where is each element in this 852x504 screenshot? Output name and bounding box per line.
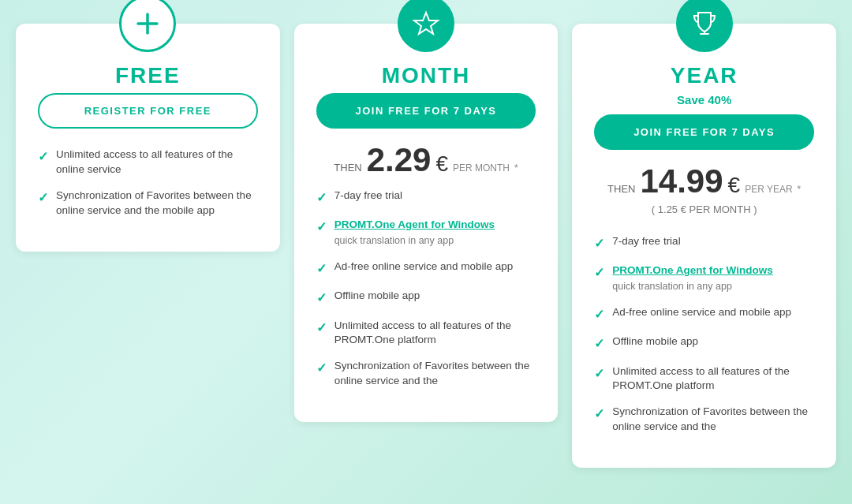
price-asterisk-year: *: [798, 184, 802, 195]
feature-text: Unlimited access to all features of the …: [334, 319, 536, 349]
checkmark-icon: ✓: [316, 189, 327, 207]
checkmark-icon: ✓: [316, 319, 327, 337]
feature-text: Synchronization of Favorites between the…: [334, 359, 536, 389]
plan-icon-free: [119, 0, 176, 52]
list-item: ✓Synchronization of Favorites between th…: [38, 189, 258, 218]
features-list-year: ✓7-day free trial✓PROMT.One Agent for Wi…: [594, 234, 814, 446]
plans-container: FREEREGISTER FOR FREE✓Unlimited access t…: [16, 24, 836, 468]
list-item: ✓Unlimited access to all features of the…: [594, 364, 814, 394]
price-then-month: THEN: [334, 162, 361, 174]
feature-text: Offline mobile app: [334, 289, 420, 304]
list-item: ✓Synchronization of Favorites between th…: [316, 359, 536, 389]
list-item: ✓Unlimited access to all features of the…: [316, 319, 536, 349]
feature-text: Synchronization of Favorites between the…: [612, 405, 814, 435]
svg-marker-2: [414, 13, 438, 34]
plan-card-year: YEARSave 40%JOIN FREE FOR 7 DAYSTHEN14.9…: [572, 24, 836, 468]
plan-title-free: FREE: [115, 63, 181, 88]
checkmark-icon: ✓: [316, 260, 327, 278]
checkmark-icon: ✓: [594, 335, 604, 353]
price-amount-year: 14.99: [640, 162, 723, 200]
feature-text: Synchronization of Favorites between the…: [56, 189, 258, 218]
plan-icon-month: [398, 0, 454, 52]
feature-text: Ad-free online service and mobile app: [612, 305, 791, 320]
checkmark-icon: ✓: [316, 360, 327, 377]
feature-link[interactable]: PROMT.One Agent for Windows: [334, 218, 495, 230]
features-list-month: ✓7-day free trial✓PROMT.One Agent for Wi…: [316, 189, 536, 400]
price-period-month: PER MONTH: [453, 162, 510, 174]
feature-sub-text: quick translation in any app: [612, 280, 772, 294]
feature-text: Unlimited access to all features of the …: [612, 364, 814, 394]
price-currency-month: €: [435, 151, 448, 177]
price-currency-year: €: [728, 173, 741, 198]
feature-text: Ad-free online service and mobile app: [334, 259, 514, 274]
plan-price-row-month: THEN2.29 €PER MONTH*: [334, 141, 518, 179]
list-item: ✓Ad-free online service and mobile app: [594, 305, 814, 323]
list-item: ✓7-day free trial: [316, 189, 536, 207]
list-item: ✓Offline mobile app: [316, 289, 536, 307]
price-amount-month: 2.29: [367, 141, 432, 179]
list-item: ✓Ad-free online service and mobile app: [316, 259, 536, 278]
list-item: ✓Synchronization of Favorites between th…: [594, 405, 814, 435]
checkmark-icon: ✓: [38, 148, 48, 166]
checkmark-icon: ✓: [316, 218, 327, 236]
price-period-year: PER YEAR: [745, 184, 792, 195]
list-item: ✓PROMT.One Agent for Windowsquick transl…: [316, 218, 536, 248]
feature-text: PROMT.One Agent for Windowsquick transla…: [612, 263, 772, 293]
feature-text: 7-day free trial: [334, 189, 402, 203]
plan-icon-year: [676, 0, 733, 52]
checkmark-icon: ✓: [594, 405, 604, 423]
plan-save-year: Save 40%: [677, 93, 731, 106]
price-monthly-year: ( 1.25 € PER MONTH ): [652, 203, 757, 215]
list-item: ✓Unlimited access to all features of the…: [38, 147, 258, 177]
checkmark-icon: ✓: [594, 365, 604, 383]
plan-title-year: YEAR: [671, 63, 738, 88]
plan-card-free: FREEREGISTER FOR FREE✓Unlimited access t…: [16, 24, 280, 252]
plan-cta-button-year[interactable]: JOIN FREE FOR 7 DAYS: [594, 114, 814, 150]
features-list-free: ✓Unlimited access to all features of the…: [38, 147, 258, 230]
plan-price-row-year: THEN14.99 €PER YEAR*: [607, 162, 801, 200]
feature-text: PROMT.One Agent for Windowsquick transla…: [334, 218, 495, 248]
checkmark-icon: ✓: [316, 289, 327, 307]
price-then-year: THEN: [607, 183, 635, 195]
checkmark-icon: ✓: [594, 235, 604, 252]
plan-cta-button-month[interactable]: JOIN FREE FOR 7 DAYS: [316, 93, 536, 129]
feature-text: Offline mobile app: [612, 334, 698, 349]
checkmark-icon: ✓: [38, 189, 48, 207]
feature-link[interactable]: PROMT.One Agent for Windows: [612, 264, 772, 276]
checkmark-icon: ✓: [594, 264, 604, 282]
checkmark-icon: ✓: [594, 306, 604, 323]
plan-card-month: MONTHJOIN FREE FOR 7 DAYSTHEN2.29 €PER M…: [294, 24, 559, 422]
list-item: ✓Offline mobile app: [594, 334, 814, 353]
price-asterisk-month: *: [514, 162, 518, 174]
plan-title-month: MONTH: [382, 63, 471, 88]
list-item: ✓7-day free trial: [594, 234, 814, 252]
list-item: ✓PROMT.One Agent for Windowsquick transl…: [594, 263, 814, 293]
feature-text: Unlimited access to all features of the …: [56, 147, 258, 177]
feature-sub-text: quick translation in any app: [334, 234, 495, 248]
plan-cta-button-free[interactable]: REGISTER FOR FREE: [38, 93, 258, 129]
feature-text: 7-day free trial: [612, 234, 680, 249]
